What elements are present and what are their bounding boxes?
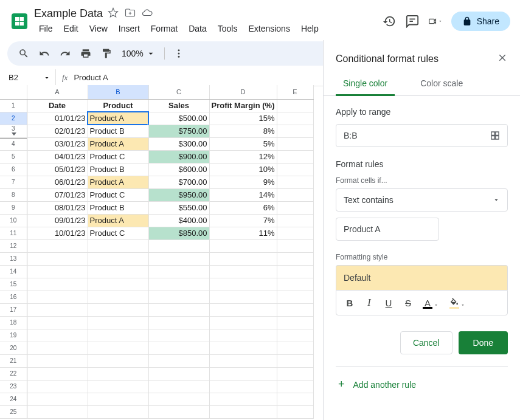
cell[interactable]	[277, 163, 313, 176]
cell[interactable]	[88, 303, 148, 316]
row-header[interactable]: 4	[0, 137, 27, 150]
cell[interactable]: $550.00	[148, 201, 209, 214]
done-button[interactable]: Done	[459, 331, 508, 354]
select-range-icon[interactable]	[490, 131, 500, 140]
cell[interactable]	[27, 291, 88, 303]
cell[interactable]	[27, 342, 88, 354]
cell[interactable]	[277, 329, 313, 342]
cell[interactable]	[277, 316, 313, 329]
cell[interactable]	[27, 380, 88, 393]
menu-data[interactable]: Data	[184, 21, 212, 36]
cell[interactable]	[88, 278, 148, 291]
cell[interactable]	[209, 239, 277, 252]
cell[interactable]: Date	[27, 99, 88, 112]
cell[interactable]	[27, 316, 88, 329]
strikethrough-button[interactable]: S	[400, 294, 417, 311]
cell[interactable]	[148, 316, 209, 329]
cell[interactable]	[277, 125, 313, 137]
cell[interactable]	[148, 367, 209, 380]
cell[interactable]: 04/01/23	[27, 150, 88, 163]
cell[interactable]: Product B	[88, 201, 148, 214]
cell[interactable]	[148, 265, 209, 278]
share-button[interactable]: Share	[451, 12, 510, 31]
cell[interactable]	[148, 405, 209, 418]
cell[interactable]	[277, 252, 313, 265]
cell[interactable]	[277, 176, 313, 188]
menu-edit[interactable]: Edit	[59, 21, 83, 36]
cell[interactable]: 6%	[209, 201, 277, 214]
cell[interactable]	[209, 405, 277, 418]
cell[interactable]: Product B	[88, 125, 148, 137]
cell[interactable]	[277, 405, 313, 418]
cell[interactable]: $400.00	[148, 214, 209, 227]
menu-tools[interactable]: Tools	[213, 21, 243, 36]
more-icon[interactable]	[170, 44, 188, 63]
cell[interactable]: 15%	[209, 112, 277, 125]
row-header[interactable]: 19	[0, 329, 27, 342]
menu-file[interactable]: File	[34, 21, 58, 36]
row-header[interactable]: 6	[0, 163, 27, 176]
cell[interactable]	[209, 291, 277, 303]
close-icon[interactable]	[497, 52, 508, 65]
cell[interactable]: 7%	[209, 214, 277, 227]
cell[interactable]	[277, 239, 313, 252]
cell[interactable]	[88, 291, 148, 303]
row-header[interactable]: 16	[0, 291, 27, 303]
cell[interactable]: Product C	[88, 227, 148, 239]
cell[interactable]: 10/01/23	[27, 227, 88, 239]
formula-input[interactable]: Product A	[74, 73, 108, 82]
style-preview[interactable]: Default	[336, 265, 508, 290]
cell[interactable]: 08/01/23	[27, 201, 88, 214]
search-menus-icon[interactable]	[15, 44, 33, 63]
cell[interactable]	[88, 252, 148, 265]
cell[interactable]: 8%	[209, 125, 277, 137]
row-header[interactable]: 5	[0, 150, 27, 163]
condition-dropdown[interactable]: Text contains	[336, 188, 508, 212]
cell[interactable]	[88, 380, 148, 393]
tab-single-color[interactable]: Single color	[336, 72, 395, 96]
cell[interactable]	[277, 265, 313, 278]
cell[interactable]	[88, 405, 148, 418]
row-header[interactable]: 13	[0, 252, 27, 265]
zoom-dropdown[interactable]: 100%	[118, 49, 159, 58]
cell[interactable]: $850.00	[148, 227, 209, 239]
italic-button[interactable]: I	[361, 294, 378, 311]
cell[interactable]: 12%	[209, 150, 277, 163]
cell[interactable]	[277, 367, 313, 380]
cell[interactable]: Product A	[88, 112, 148, 125]
range-input[interactable]: B:B	[336, 124, 508, 147]
print-icon[interactable]	[77, 44, 95, 63]
col-header-A[interactable]: A	[27, 85, 88, 99]
name-box[interactable]: B2	[0, 69, 56, 86]
comments-icon[interactable]	[405, 14, 420, 29]
cell[interactable]	[148, 239, 209, 252]
cell[interactable]	[88, 239, 148, 252]
cell[interactable]	[148, 342, 209, 354]
row-header[interactable]: 3	[0, 125, 27, 137]
cell[interactable]: Sales	[148, 99, 209, 112]
cell[interactable]: $300.00	[148, 137, 209, 150]
cloud-status-icon[interactable]	[142, 7, 153, 20]
cell[interactable]: 5%	[209, 137, 277, 150]
underline-button[interactable]: U	[380, 294, 397, 311]
cell[interactable]	[277, 380, 313, 393]
cell[interactable]	[209, 316, 277, 329]
cell[interactable]	[277, 303, 313, 316]
cell[interactable]: Product A	[88, 176, 148, 188]
spreadsheet-grid[interactable]: ABCDE1DateProductSalesProfit Margin (%)2…	[0, 85, 323, 420]
cell[interactable]: $700.00	[148, 176, 209, 188]
row-header[interactable]: 20	[0, 342, 27, 354]
cell[interactable]: 05/01/23	[27, 163, 88, 176]
cell[interactable]	[209, 354, 277, 367]
menu-view[interactable]: View	[85, 21, 113, 36]
cell[interactable]	[27, 393, 88, 405]
bold-button[interactable]: B	[341, 294, 358, 311]
cell[interactable]	[277, 201, 313, 214]
cell[interactable]	[148, 252, 209, 265]
cell[interactable]	[209, 278, 277, 291]
cell[interactable]	[209, 265, 277, 278]
row-header[interactable]: 2	[0, 112, 27, 125]
meet-button[interactable]	[428, 14, 443, 29]
cell[interactable]: Product A	[88, 214, 148, 227]
cell[interactable]: $750.00	[148, 125, 209, 137]
